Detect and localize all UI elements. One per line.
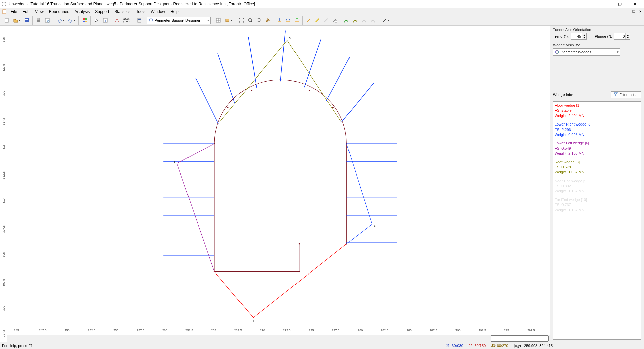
svg-text:6: 6: [174, 160, 176, 163]
add-spot-bolt-button[interactable]: [293, 16, 301, 24]
spin-down-icon[interactable]: ▼: [625, 36, 630, 39]
menu-edit[interactable]: Edit: [20, 9, 32, 15]
joint-orientations-button[interactable]: [113, 16, 121, 24]
status-bar: For Help, press F1 J1: 60/030 J2: 60/150…: [0, 342, 644, 349]
shotcrete-props-button[interactable]: [369, 16, 377, 24]
edit-shotcrete-button[interactable]: [351, 16, 359, 24]
svg-line-78: [341, 83, 374, 122]
minimize-button[interactable]: —: [596, 0, 612, 8]
plunge-spinbox[interactable]: ▲▼: [614, 33, 630, 40]
plunge-input[interactable]: [614, 34, 625, 38]
title-bar: Unwedge - [Tutorial 16 Truncation Surfac…: [0, 0, 644, 8]
redo-button[interactable]: ▾: [66, 16, 77, 24]
tunnel-axis-title: Tunnel Axis Orientation: [553, 28, 641, 32]
status-j3: J3: 60/270: [491, 344, 508, 348]
svg-point-85: [558, 52, 559, 53]
perimeter-icon: [149, 18, 153, 23]
wedge-info-title: Wedge Info:: [553, 93, 573, 97]
wedge-info-item[interactable]: Roof wedge [8]FS: 0.678Weight: 1.057 MN: [555, 160, 640, 175]
svg-point-55: [251, 90, 252, 91]
menu-statistics[interactable]: Statistics: [112, 9, 133, 15]
menu-help[interactable]: Help: [168, 9, 181, 15]
delete-bolt-button[interactable]: [322, 16, 330, 24]
zoom-extents-button[interactable]: [237, 16, 246, 24]
menu-view[interactable]: View: [32, 9, 46, 15]
snap-button[interactable]: ▾: [223, 16, 234, 24]
mdi-close-button[interactable]: ✕: [637, 9, 643, 14]
ruler-vertical: 297.5 300 302.5 305 307.5 310 312.5 315 …: [0, 26, 7, 342]
command-input[interactable]: [491, 335, 549, 342]
bolt-properties-button[interactable]: [331, 16, 339, 24]
calculator-button[interactable]: [135, 16, 143, 24]
svg-point-87: [555, 52, 556, 53]
svg-line-30: [260, 21, 261, 22]
display-options-button[interactable]: [81, 16, 89, 24]
undo-button[interactable]: ▾: [55, 16, 66, 24]
svg-line-26: [251, 21, 252, 22]
select-button[interactable]: [93, 16, 101, 24]
mdi-restore-button[interactable]: ❐: [631, 9, 637, 14]
svg-rect-38: [295, 21, 299, 22]
mdi-minimize-button[interactable]: _: [624, 9, 630, 14]
close-button[interactable]: ✕: [627, 0, 643, 8]
wedge-info-item[interactable]: Lower Left wedge [6]FS: 0.549Weight: 2.1…: [555, 141, 640, 156]
svg-rect-5: [37, 20, 40, 22]
wedge-info-list[interactable]: Floor wedge [1]FS: stableWeight: 2.404 M…: [553, 101, 641, 340]
menu-boundaries[interactable]: Boundaries: [46, 9, 72, 15]
info-viewer-button[interactable]: i: [101, 16, 109, 24]
spin-down-icon[interactable]: ▼: [582, 36, 586, 39]
delete-shotcrete-button[interactable]: [360, 16, 368, 24]
svg-line-74: [248, 37, 257, 88]
maximize-button[interactable]: ▢: [612, 0, 627, 8]
wedge-info-item[interactable]: Lower Right wedge [3]FS: 2.296Weight: 0.…: [555, 122, 640, 137]
svg-rect-11: [83, 21, 85, 22]
spin-up-icon[interactable]: ▲: [582, 33, 586, 36]
trend-input[interactable]: [571, 34, 582, 38]
add-bolt-button[interactable]: [275, 16, 283, 24]
print-preview-button[interactable]: [43, 16, 51, 24]
trend-spinbox[interactable]: ▲▼: [571, 33, 587, 40]
visibility-combo[interactable]: Perimeter Wedges ▾: [553, 48, 620, 56]
menu-tools[interactable]: Tools: [133, 9, 148, 15]
edit-bolt-highlight-button[interactable]: [313, 16, 321, 24]
view-selector[interactable]: Perimeter Support Designer ▾: [147, 17, 211, 24]
add-shotcrete-button[interactable]: [342, 16, 351, 24]
spin-up-icon[interactable]: ▲: [625, 33, 630, 36]
svg-text:8: 8: [289, 36, 291, 40]
svg-line-37: [289, 19, 290, 21]
svg-text:1: 1: [252, 319, 254, 323]
edit-bolt-button[interactable]: [305, 16, 313, 24]
menu-support[interactable]: Support: [92, 9, 112, 15]
open-button[interactable]: ▾: [11, 16, 22, 24]
zoom-out-button[interactable]: [255, 16, 263, 24]
menu-file[interactable]: File: [8, 9, 20, 15]
filter-list-button[interactable]: Filter List ...: [611, 91, 641, 98]
new-button[interactable]: [3, 16, 11, 24]
drawing-canvas[interactable]: 1 3 6 8: [7, 26, 550, 328]
wedge-info-item[interactable]: Floor wedge [1]FS: stableWeight: 2.404 M…: [555, 103, 640, 118]
grid-toggle-button[interactable]: [214, 16, 222, 24]
app-icon: [1, 1, 7, 7]
pressure-button[interactable]: ▾: [380, 16, 391, 24]
chevron-down-icon: ▾: [207, 19, 209, 22]
svg-rect-1: [3, 10, 6, 14]
svg-rect-9: [83, 18, 85, 20]
menu-window[interactable]: Window: [148, 9, 168, 15]
status-help: For Help, press F1: [2, 344, 440, 348]
svg-point-18: [149, 19, 153, 22]
ruler-coords-button[interactable]: (233) (134): [122, 16, 131, 24]
zoom-in-button[interactable]: [246, 16, 254, 24]
print-button[interactable]: [35, 16, 43, 24]
wedge-info-item[interactable]: Far End wedge [10]FS: 0.737Weight: 1.187…: [555, 197, 640, 213]
svg-line-35: [286, 19, 287, 21]
save-button[interactable]: [23, 16, 31, 24]
perimeter-icon: [555, 50, 559, 54]
side-panel: Tunnel Axis Orientation Trend (°): ▲▼ Pl…: [550, 26, 644, 342]
svg-point-52: [299, 243, 300, 245]
svg-rect-12: [85, 21, 87, 22]
wedge-info-item[interactable]: Near End wedge [9]FS: 0.802Weight: 1.187…: [555, 179, 640, 194]
add-bolt-pattern-button[interactable]: [284, 16, 292, 24]
status-xy: (x,y)= 259.908, 324.415: [514, 344, 553, 348]
pan-button[interactable]: [264, 16, 272, 24]
menu-analysis[interactable]: Analysis: [72, 9, 93, 15]
